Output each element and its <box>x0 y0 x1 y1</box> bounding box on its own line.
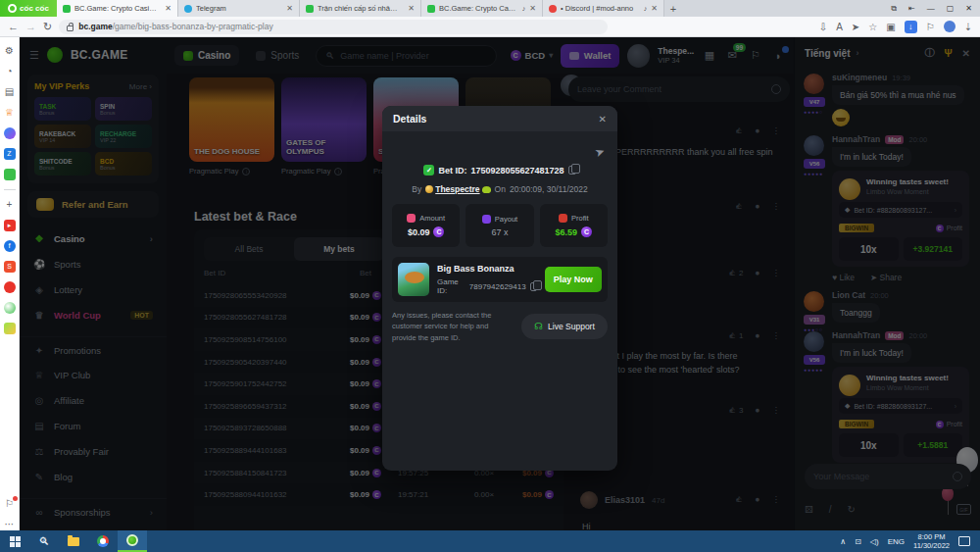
win-bet-id[interactable]: ◆Bet ID: #882860893127...› <box>839 398 962 414</box>
browser-tab[interactable]: BC.Game: Crypto Casino ♪ ✕ <box>421 0 543 17</box>
banner-art[interactable]: THE DOG HOUSE <box>189 77 274 162</box>
games-icon[interactable] <box>4 169 16 180</box>
sidebar-nav-item[interactable]: ⚽ Sports <box>20 251 167 276</box>
coccoc-taskbar-icon[interactable] <box>118 530 147 552</box>
downloads-icon[interactable]: ⇣ <box>964 22 972 32</box>
more-icon[interactable]: ⋮ <box>772 201 781 211</box>
like-button[interactable]: ♥ Like <box>832 273 855 282</box>
tab-close-icon[interactable]: ✕ <box>286 4 293 13</box>
strip-more-icon[interactable]: ⋯ <box>4 519 16 530</box>
emoji-picker-icon[interactable] <box>771 84 781 94</box>
perk-card[interactable]: SPIN Bonus <box>95 97 152 121</box>
tab-sports[interactable]: Sports <box>247 45 308 66</box>
download-manager-icon[interactable]: ↓ <box>905 21 917 33</box>
sidebar-nav-item[interactable]: ⚖ Provably Fair <box>20 438 167 464</box>
add-shortcut-icon[interactable]: + <box>4 199 16 211</box>
sidebar-nav-item[interactable]: ◈ Lottery <box>20 276 167 302</box>
sidebar-nav-item[interactable]: ∞ Sponsorships › <box>20 498 167 524</box>
perk-card[interactable]: RAKEBACK VIP 14 <box>34 125 91 148</box>
comment-input[interactable]: Leave your Comment <box>568 76 790 102</box>
taskbar-clock[interactable]: 8:00 PM11/30/2022 <box>913 532 950 551</box>
sidebar-nav-item[interactable]: ♛ World Cup HOT <box>20 302 167 327</box>
translate-icon[interactable]: A <box>836 22 843 32</box>
play-now-button[interactable]: Play Now <box>545 267 602 292</box>
more-icon[interactable]: ⋮ <box>772 268 781 277</box>
modal-close-icon[interactable]: ✕ <box>599 114 607 125</box>
tab-close-icon[interactable]: ✕ <box>408 4 415 13</box>
strip-bell-icon[interactable]: ⚐ <box>4 498 16 510</box>
bets-tab[interactable]: All Bets <box>204 237 294 261</box>
facebook-icon[interactable]: f <box>4 240 16 252</box>
share-icon[interactable]: ➤ <box>593 144 607 161</box>
perk-card[interactable]: SHITCODE Bonus <box>34 152 91 176</box>
sidebar-nav-item[interactable]: ◎ Affiliate <box>20 387 167 413</box>
network-icon[interactable]: ⊡ <box>855 537 861 546</box>
game-banner[interactable]: GATES OF OLYMPUS Pragmatic Playi <box>281 77 367 176</box>
share-button[interactable]: ➤ Share <box>870 273 902 282</box>
chat-rules-icon[interactable]: ⓘ <box>925 46 935 60</box>
language-indicator[interactable]: ENG <box>888 537 905 546</box>
refer-and-earn[interactable]: Refer and Earn <box>27 191 159 218</box>
bet-user-link[interactable]: Thespectre <box>425 184 490 194</box>
url-input[interactable]: bc.game/game/big-bass-bonanza-by-pragmat… <box>59 20 608 34</box>
adblock-icon[interactable]: ▣ <box>886 22 895 32</box>
reply-icon[interactable]: ● <box>755 494 760 504</box>
file-explorer-icon[interactable] <box>59 530 88 552</box>
like-icon[interactable]: 👍︎ <box>735 494 744 504</box>
chat-close-icon[interactable]: ✕ <box>962 48 970 59</box>
chat-username[interactable]: HannahTran <box>832 134 880 144</box>
tiktok-icon[interactable] <box>4 281 16 293</box>
bcgame-logo-text[interactable]: BC.GAME <box>71 48 128 62</box>
reply-icon[interactable]: ● <box>755 201 760 211</box>
reply-icon[interactable]: ● <box>755 268 760 277</box>
bcgame-logo-icon[interactable] <box>47 47 63 63</box>
reload-icon[interactable]: ↻ <box>43 22 52 32</box>
reading-list-icon[interactable]: ▤ <box>4 86 16 98</box>
perk-card[interactable]: TASK Bonus <box>34 97 91 121</box>
capture-icon[interactable]: ⧉ <box>891 4 897 14</box>
bets-tab[interactable]: My bets <box>294 237 384 261</box>
tab-close-icon[interactable]: ✕ <box>165 4 172 13</box>
banner-art[interactable]: GATES OF OLYMPUS <box>281 77 367 162</box>
hamburger-menu-icon[interactable]: ☰ <box>29 49 39 62</box>
comment-user[interactable]: Elias3101 47d <box>580 491 664 509</box>
volume-icon[interactable]: ◁) <box>870 537 879 546</box>
slash-commands-icon[interactable]: / <box>829 504 832 515</box>
gif-icon[interactable]: GIF <box>956 504 971 515</box>
tab-casino[interactable]: Casino <box>174 45 239 66</box>
more-icon[interactable]: ⋮ <box>772 494 781 504</box>
coin-drop-icon[interactable]: ⚄ <box>805 504 813 515</box>
new-tab-button[interactable]: + <box>664 0 682 17</box>
currency-selector[interactable]: C BCD ▾ <box>511 50 554 61</box>
game-search-input[interactable]: 🔍︎ Game name | Provider <box>316 45 496 67</box>
info-icon[interactable]: i <box>242 168 250 176</box>
back-icon[interactable]: ← <box>8 22 19 32</box>
sidebar-nav-item[interactable]: ✎ Blog <box>20 464 167 489</box>
more-icon[interactable]: ⋮ <box>772 405 781 415</box>
game-banner[interactable]: THE DOG HOUSE Pragmatic Playi <box>189 77 274 176</box>
copy-icon[interactable] <box>530 282 537 291</box>
forward-icon[interactable]: → <box>25 22 36 32</box>
more-icon[interactable]: ⋮ <box>772 125 781 135</box>
shopee-icon[interactable]: S <box>4 261 16 273</box>
browser-logo[interactable]: cốc cốc <box>0 0 57 17</box>
copy-icon[interactable] <box>568 166 576 175</box>
action-center-icon[interactable] <box>958 536 970 546</box>
reply-icon[interactable]: ● <box>755 125 760 135</box>
tab-close-icon[interactable]: ✕ <box>651 4 658 13</box>
soccer-icon[interactable] <box>4 302 16 314</box>
perk-card[interactable]: RECHARGE VIP 22 <box>95 125 152 148</box>
sidebar-nav-item[interactable]: ❖ Casino › <box>20 226 167 251</box>
bookmark-star-icon[interactable]: ☆ <box>868 22 877 32</box>
browser-tab[interactable]: Telegram ✕ <box>178 0 300 17</box>
save-page-icon[interactable]: ⇩ <box>819 22 827 32</box>
sidebar-nav-item[interactable]: ☊ Live Support <box>20 524 167 530</box>
tab-close-icon[interactable]: ✕ <box>529 4 536 13</box>
browser-tab[interactable]: • Discord | #mod-anno ♪ ✕ <box>543 0 664 17</box>
game-thumbnail[interactable] <box>398 263 429 296</box>
info-icon[interactable]: i <box>334 168 342 176</box>
taskbar-search-icon[interactable]: 🔍︎ <box>29 530 59 552</box>
settings-gear-icon[interactable]: ⚙ <box>4 45 16 57</box>
like-icon[interactable]: 👍︎ <box>735 125 744 135</box>
live-support-button[interactable]: ☊ Live Support <box>521 314 608 339</box>
